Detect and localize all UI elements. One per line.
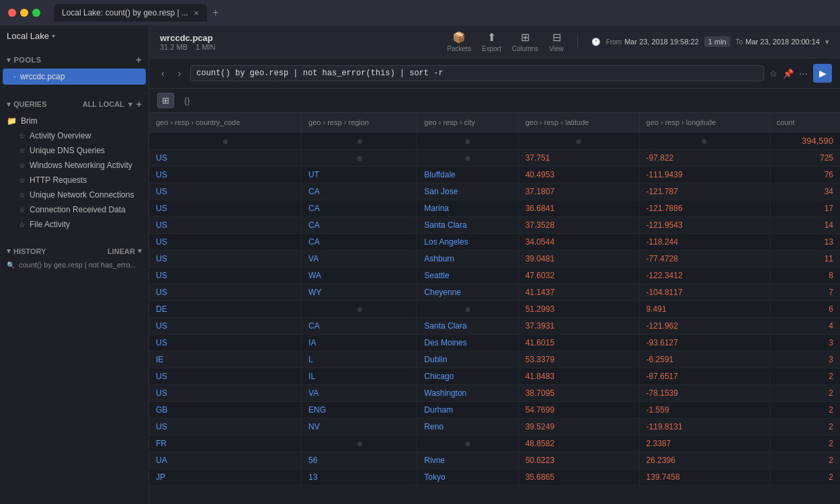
cell-latitude: 37.1807 [518,183,639,200]
cell-country: US [149,284,302,301]
file-duration: 1 MIN [196,43,215,51]
more-icon[interactable]: ⋯ [799,69,808,79]
cell-count: 2 [769,385,840,402]
forward-button[interactable]: › [174,67,185,80]
file-info: wrccdc.pcap 31.2 MB 1 MIN [160,33,216,51]
close-dot[interactable] [8,9,16,17]
cell-longitude: -121.962 [639,318,769,335]
brim-group-header[interactable]: 📁 Brim [0,114,149,128]
export-button[interactable]: ⬆ Export [482,31,501,52]
pool-item-wrccdc[interactable]: ▪ wrccdc.pcap [3,69,146,85]
sidebar-item-connection-received-data[interactable]: ☆ Connection Received Data [0,202,149,217]
sidebar-item-windows-networking[interactable]: ☆ Windows Networking Activity [0,158,149,173]
cell-latitude: 39.5249 [518,419,639,435]
cell-latitude: 39.0481 [518,251,639,267]
active-tab[interactable]: Local Lake: count() by geo.resp | ... ✕ [54,4,207,22]
add-pool-button[interactable]: + [136,54,142,65]
cell-longitude: -97.822 [639,150,769,167]
cell-count: 2 [769,419,840,435]
chevron-down-icon[interactable]: ▾ [825,38,829,46]
cell-region: IL [302,368,417,385]
pools-header[interactable]: ▾ POOLS + [0,52,149,68]
cell-city: ⊗ [417,435,518,452]
chevron-down-icon: ▾ [138,247,142,255]
star-icon: ☆ [19,161,26,170]
json-view-button[interactable]: {} [179,93,195,108]
view-button[interactable]: ⊟ View [549,31,564,52]
cell-count: 2 [769,402,840,419]
search-go-button[interactable]: ▶ [813,64,832,83]
add-tab-button[interactable]: + [212,7,218,19]
cell-longitude: 26.2396 [639,452,769,469]
cell-region: ⊗ [302,132,417,150]
table-row: FR⊗⊗48.85822.33872 [149,435,840,452]
null-value: ⊗ [357,306,362,313]
cell-city: San Jose [417,183,518,200]
chevron-down-icon: ▾ [7,247,11,255]
cell-city: Des Moines [417,335,518,351]
col-country-code[interactable]: geo › resp › country_code [149,113,302,132]
cell-country: US [149,318,302,335]
topbar: wrccdc.pcap 31.2 MB 1 MIN 📦 Packets ⬆ Ex… [149,26,840,58]
table-row: USCAMarina36.6841-121.788617 [149,200,840,217]
table-row: ⊗⊗⊗⊗⊗394,590 [149,132,840,150]
search-input[interactable] [196,69,758,78]
star-icon: ☆ [19,206,26,214]
pin-icon[interactable]: 📌 [783,69,794,79]
maximize-dot[interactable] [32,9,40,17]
packets-button[interactable]: 📦 Packets [447,31,471,52]
cell-country: US [149,267,302,284]
all-local-dropdown[interactable]: All Local [83,100,124,108]
export-label: Export [482,45,501,52]
history-item[interactable]: 🔍 count() by geo.resp | not has_erro... [0,258,149,271]
star-icon[interactable]: ☆ [769,69,778,79]
col-longitude[interactable]: geo › resp › longitude [639,113,769,132]
null-value: ⊗ [702,138,707,145]
table-row: GBENGDurham54.7699-1.5592 [149,402,840,419]
cell-country: US [149,150,302,167]
cell-country: FR [149,435,302,452]
col-city[interactable]: geo › resp › city [417,113,518,132]
col-region[interactable]: geo › resp › region [302,113,417,132]
tab-close-icon[interactable]: ✕ [194,9,199,17]
cell-count: 11 [769,251,840,267]
sidebar-item-unique-dns[interactable]: ☆ Unique DNS Queries [0,143,149,158]
folder-icon: 📁 [7,116,17,126]
star-icon: ☆ [19,176,26,185]
local-lake-header[interactable]: Local Lake ▾ [0,26,149,46]
table-row: USUTBluffdale40.4953-111.943976 [149,167,840,183]
search-icons: ☆ 📌 ⋯ [769,69,808,79]
sidebar-item-http-requests[interactable]: ☆ HTTP Requests [0,173,149,187]
columns-button[interactable]: ⊞ Columns [512,31,538,52]
search-input-wrap [190,65,764,81]
cell-country: JP [149,469,302,486]
cell-longitude: -87.6517 [639,368,769,385]
cell-longitude: 2.3387 [639,435,769,452]
history-mode-dropdown[interactable]: Linear [108,247,135,255]
cell-longitude: -111.9439 [639,167,769,183]
cell-region: ⊗ [302,301,417,318]
sidebar-item-file-activity[interactable]: ☆ File Activity [0,217,149,232]
col-latitude[interactable]: geo › resp › latitude [518,113,639,132]
file-name: wrccdc.pcap [160,33,216,43]
cell-region: 56 [302,452,417,469]
search-icon: 🔍 [7,261,15,269]
cell-country: ⊗ [149,132,302,150]
cell-country: US [149,368,302,385]
packets-label: Packets [447,45,471,52]
sidebar-item-activity-overview[interactable]: ☆ Activity Overview [0,128,149,143]
minimize-dot[interactable] [20,9,28,17]
null-value: ⊗ [465,138,470,145]
sidebar-item-unique-network-connections[interactable]: ☆ Unique Network Connections [0,187,149,202]
from-section: From Mar 23, 2018 19:58:22 [606,38,699,46]
cell-city: Santa Clara [417,217,518,234]
cell-count: 14 [769,217,840,234]
add-query-button[interactable]: + [136,99,142,110]
back-button[interactable]: ‹ [157,67,169,80]
null-value: ⊗ [576,138,581,145]
col-count[interactable]: count [769,113,840,132]
cell-city: Santa Clara [417,318,518,335]
cell-longitude: -121.787 [639,183,769,200]
table-view-button[interactable]: ⊞ [157,93,174,108]
cell-count: 17 [769,200,840,217]
